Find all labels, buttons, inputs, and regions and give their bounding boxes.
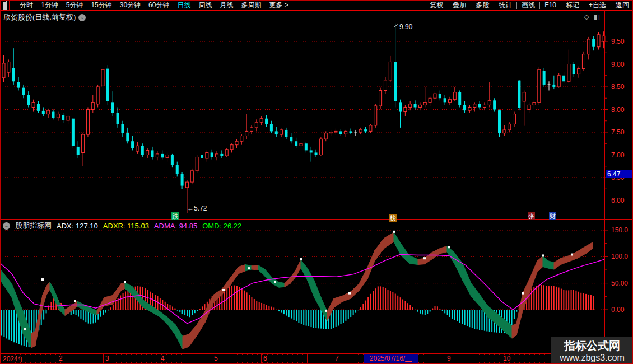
- site-watermark: 指标公式网 www.zbgs3.com: [551, 337, 633, 364]
- candlestick-chart[interactable]: 9.509.008.508.007.507.006.506.00←5.729.9…: [1, 23, 633, 219]
- axis-separator: [261, 354, 262, 363]
- axis-separator: [445, 354, 445, 363]
- toolbar-button[interactable]: 复权: [425, 2, 448, 9]
- period-tab[interactable]: 日线: [177, 1, 190, 10]
- chart-title-row[interactable]: 欣贺股份(日线.前复权) ⌄: [3, 12, 86, 22]
- svg-text:9.50: 9.50: [611, 38, 625, 45]
- chevron-down-icon[interactable]: ⌄: [78, 14, 86, 21]
- axis-separator: [333, 354, 333, 363]
- month-label: 10: [503, 354, 510, 362]
- svg-text:6.00: 6.00: [611, 197, 625, 204]
- adxr-value: ADXR: 115.03: [103, 222, 149, 230]
- watermark-url: www.zbgs3.com: [560, 352, 625, 363]
- axis-separator: [362, 354, 362, 363]
- svg-text:8.50: 8.50: [611, 83, 625, 91]
- svg-text:9.90: 9.90: [399, 23, 413, 31]
- diamond-icon[interactable]: ◇: [584, 13, 589, 21]
- axis-separator: [103, 354, 104, 363]
- toolbar-button[interactable]: 返回: [611, 2, 633, 9]
- svg-text:100.0: 100.0: [611, 253, 628, 260]
- period-tab[interactable]: 更多 >: [269, 1, 288, 10]
- svg-text:8.00: 8.00: [611, 106, 625, 114]
- svg-text:7.50: 7.50: [611, 128, 625, 136]
- split-window-icon[interactable]: ◧: [594, 13, 600, 21]
- axis-separator: [212, 354, 212, 363]
- toolbar-button[interactable]: 叠加: [448, 2, 471, 9]
- period-tab[interactable]: 5分钟: [66, 1, 83, 10]
- period-tab[interactable]: 15分钟: [91, 1, 111, 10]
- action-toolbar: 复权叠加多股统计画线F10标记+自选返回: [425, 1, 633, 10]
- layout-icon-frame[interactable]: [4, 1, 10, 11]
- window-layout-icon: [6, 1, 7, 10]
- toolbar-button[interactable]: 画线: [517, 2, 540, 9]
- stock-app-window: 分时1分钟5分钟15分钟30分钟60分钟日线周线月线多周期更多 > 复权叠加多股…: [0, 0, 633, 364]
- indicator-header: ⌄ 股朋指标网 ADX: 127.10 ADXR: 115.03 ADMA: 9…: [3, 221, 241, 231]
- axis-separator: [57, 354, 57, 363]
- event-badge: 张: [528, 212, 535, 220]
- page-title: 欣贺股份(日线.前复权): [3, 12, 76, 22]
- right-axis-line: [604, 10, 605, 353]
- period-tab[interactable]: 60分钟: [148, 1, 169, 10]
- toolbar-button[interactable]: 多股: [471, 2, 494, 9]
- period-tab[interactable]: 月线: [220, 1, 233, 10]
- corner-icons: ◇ ◧: [584, 13, 600, 21]
- svg-text:0.00: 0.00: [611, 306, 625, 314]
- omd-value: OMD: 26.22: [202, 222, 241, 230]
- svg-text:9.00: 9.00: [611, 60, 625, 68]
- svg-text:7.00: 7.00: [611, 151, 625, 159]
- axis-separator: [501, 354, 501, 363]
- svg-text:←5.72: ←5.72: [187, 204, 207, 212]
- crosshair-date-tag: 2025/07/16/三: [364, 354, 418, 363]
- month-label: 6: [263, 354, 267, 362]
- axis-separator: [418, 354, 418, 363]
- month-label: 2024年: [3, 354, 25, 364]
- event-badge: 榜: [389, 214, 397, 222]
- adx-indicator-chart[interactable]: 150.0100.050.000.00: [1, 222, 633, 353]
- period-tab[interactable]: 30分钟: [120, 1, 141, 10]
- toolbar-button[interactable]: 标记: [561, 2, 584, 9]
- month-label: 4: [161, 354, 165, 362]
- top-toolbar: 分时1分钟5分钟15分钟30分钟60分钟日线周线月线多周期更多 > 复权叠加多股…: [1, 1, 633, 11]
- adx-value: ADX: 127.10: [57, 222, 98, 230]
- svg-text:150.0: 150.0: [611, 226, 628, 234]
- date-axis[interactable]: 2025/07/16/三 2024年234567910: [1, 353, 633, 364]
- toolbar-button[interactable]: 统计: [494, 2, 517, 9]
- period-tab[interactable]: 周线: [198, 1, 212, 10]
- period-tab[interactable]: 多周期: [241, 1, 261, 10]
- indicator-name: 股朋指标网: [15, 221, 52, 231]
- period-tab[interactable]: 分时: [20, 1, 33, 10]
- period-tab[interactable]: 1分钟: [41, 1, 58, 10]
- event-badge: 财: [549, 212, 556, 220]
- chevron-down-icon[interactable]: ⌄: [3, 222, 10, 230]
- axis-separator: [159, 354, 159, 363]
- period-toolbar: 分时1分钟5分钟15分钟30分钟60分钟日线周线月线多周期更多 >: [1, 1, 425, 11]
- pane-divider: [1, 219, 633, 220]
- month-label: 2: [59, 354, 63, 362]
- adma-value: ADMA: 94.85: [154, 222, 197, 230]
- watermark-title: 指标公式网: [564, 339, 620, 352]
- svg-text:50.00: 50.00: [611, 279, 628, 287]
- current-price-tag: 6.47: [606, 170, 633, 178]
- month-label: 7: [335, 354, 339, 362]
- month-label: 5: [214, 354, 218, 362]
- event-badge: 跌: [171, 212, 179, 220]
- toolbar-button[interactable]: +自选: [584, 2, 611, 9]
- month-label: 9: [447, 354, 451, 362]
- month-label: 3: [105, 354, 109, 362]
- toolbar-button[interactable]: F10: [540, 2, 561, 9]
- axis-separator: [307, 354, 308, 363]
